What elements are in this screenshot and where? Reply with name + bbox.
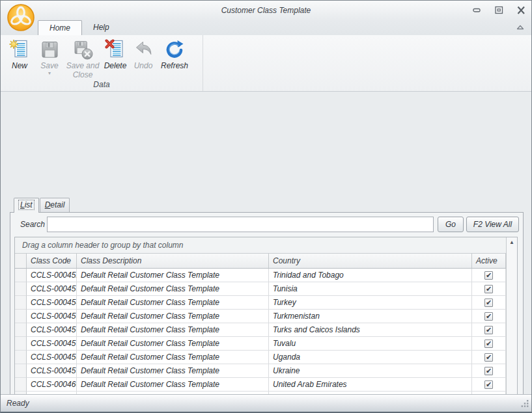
row-active[interactable]: ✔ <box>472 296 506 310</box>
row-class-description[interactable]: Default Retail Customer Class Template <box>77 337 269 351</box>
row-country[interactable]: United Arab Emirates <box>269 378 472 392</box>
table-row[interactable]: ▷ CCLS-000456 Default Retail Customer Cl… <box>15 323 506 337</box>
row-class-code[interactable]: CCLS-000457 <box>27 337 77 351</box>
row-class-description[interactable]: Default Retail Customer Class Template <box>77 378 269 392</box>
save-and-close-button[interactable]: Save and Close <box>64 38 101 80</box>
save-and-close-label: Save and Close <box>64 62 101 80</box>
row-class-code[interactable]: CCLS-000454 <box>27 296 77 310</box>
active-checkbox[interactable]: ✔ <box>484 312 493 321</box>
row-indicator[interactable]: ▷ <box>15 296 27 310</box>
row-class-description[interactable]: Default Retail Customer Class Template <box>77 296 269 310</box>
row-class-description[interactable]: Default Retail Customer Class Template <box>77 351 269 364</box>
row-class-description[interactable]: Default Retail Customer Class Template <box>77 269 269 282</box>
row-active[interactable]: ✔ <box>472 282 506 296</box>
table-row[interactable]: ▷ CCLS-000452 Default Retail Customer Cl… <box>15 269 506 282</box>
search-input[interactable] <box>47 217 434 232</box>
save-icon <box>39 39 60 60</box>
save-button[interactable]: Save ▾ <box>35 38 64 75</box>
table-row[interactable]: ▷ CCLS-000457 Default Retail Customer Cl… <box>15 337 506 351</box>
active-checkbox[interactable]: ✔ <box>484 271 493 280</box>
row-indicator[interactable]: ▷ <box>15 351 27 364</box>
check-icon: ✔ <box>486 313 492 319</box>
ribbon-group-data: New Save ▾ <box>1 35 203 91</box>
row-class-code[interactable]: CCLS-000458 <box>27 351 77 364</box>
row-country[interactable]: Uganda <box>269 351 472 364</box>
check-icon: ✔ <box>486 326 492 333</box>
row-class-code[interactable]: CCLS-000456 <box>27 323 77 337</box>
go-button[interactable]: Go <box>438 217 464 232</box>
header-active[interactable]: Active <box>472 254 506 268</box>
new-button[interactable]: New <box>5 38 35 71</box>
row-class-description[interactable]: Default Retail Customer Class Template <box>77 282 269 296</box>
maximize-icon[interactable] <box>494 6 504 15</box>
header-class-description[interactable]: Class Description <box>77 254 269 268</box>
row-active[interactable]: ✔ <box>472 364 506 378</box>
active-checkbox[interactable]: ✔ <box>484 285 493 293</box>
save-label: Save <box>40 62 58 71</box>
active-checkbox[interactable]: ✔ <box>484 353 493 362</box>
save-dropdown-icon[interactable]: ▾ <box>48 71 51 75</box>
tab-detail-label: Detail <box>45 200 65 209</box>
undo-button[interactable]: Undo <box>130 38 157 71</box>
table-row[interactable]: ▷ CCLS-000458 Default Retail Customer Cl… <box>15 351 506 364</box>
app-logo-icon[interactable] <box>7 3 35 32</box>
row-active[interactable]: ✔ <box>472 337 506 351</box>
row-class-code[interactable]: CCLS-000453 <box>27 282 77 296</box>
search-label: Search <box>14 220 47 229</box>
row-class-code[interactable]: CCLS-000460 <box>27 378 77 392</box>
check-icon: ✔ <box>486 299 492 306</box>
row-active[interactable]: ✔ <box>472 310 506 323</box>
row-country[interactable]: Ukraine <box>269 364 472 378</box>
row-class-code[interactable]: CCLS-000452 <box>27 269 77 282</box>
row-country[interactable]: Turks and Caicos Islands <box>269 323 472 337</box>
row-active[interactable]: ✔ <box>472 378 506 392</box>
scrollbar-track[interactable] <box>507 247 517 413</box>
delete-button[interactable]: Delete <box>101 38 130 71</box>
collapse-ribbon-icon[interactable] <box>516 23 525 31</box>
row-class-description[interactable]: Default Retail Customer Class Template <box>77 310 269 323</box>
active-checkbox[interactable]: ✔ <box>484 340 493 348</box>
row-country[interactable]: Turkmenistan <box>269 310 472 323</box>
row-indicator[interactable]: ▷ <box>15 310 27 323</box>
row-indicator[interactable]: ▷ <box>15 337 27 351</box>
view-all-button[interactable]: F2 View All <box>466 217 519 232</box>
row-class-description[interactable]: Default Retail Customer Class Template <box>77 364 269 378</box>
row-active[interactable]: ✔ <box>472 269 506 282</box>
minimize-icon[interactable] <box>472 6 482 15</box>
tab-home[interactable]: Home <box>38 20 82 35</box>
window-controls <box>472 6 526 15</box>
table-row[interactable]: ▷ CCLS-000455 Default Retail Customer Cl… <box>15 310 506 323</box>
row-indicator[interactable]: ▷ <box>15 364 27 378</box>
header-class-code[interactable]: Class Code▲ <box>27 254 77 268</box>
table-row[interactable]: ▷ CCLS-000459 Default Retail Customer Cl… <box>15 364 506 378</box>
table-row[interactable]: ▷ CCLS-000454 Default Retail Customer Cl… <box>15 296 506 310</box>
row-class-code[interactable]: CCLS-000459 <box>27 364 77 378</box>
row-indicator[interactable]: ▷ <box>15 323 27 337</box>
active-checkbox[interactable]: ✔ <box>484 367 493 375</box>
row-indicator[interactable]: ▷ <box>15 269 27 282</box>
row-country[interactable]: Tuvalu <box>269 337 472 351</box>
refresh-button[interactable]: Refresh <box>157 38 192 71</box>
row-indicator[interactable]: ▷ <box>15 282 27 296</box>
table-row[interactable]: ▷ CCLS-000460 Default Retail Customer Cl… <box>15 378 506 392</box>
row-class-description[interactable]: Default Retail Customer Class Template <box>77 323 269 337</box>
row-country[interactable]: Turkey <box>269 296 472 310</box>
vertical-scrollbar[interactable]: ▲ ▼ <box>506 237 517 413</box>
header-country[interactable]: Country <box>269 254 472 268</box>
resize-grip-icon[interactable] <box>521 399 529 410</box>
row-class-code[interactable]: CCLS-000455 <box>27 310 77 323</box>
tab-detail[interactable]: Detail <box>40 198 70 212</box>
close-icon[interactable] <box>516 6 526 15</box>
table-row[interactable]: ▷ CCLS-000453 Default Retail Customer Cl… <box>15 282 506 296</box>
row-country[interactable]: Tunisia <box>269 282 472 296</box>
row-country[interactable]: Trinidad and Tobago <box>269 269 472 282</box>
row-indicator[interactable]: ▷ <box>15 378 27 392</box>
tab-list[interactable]: List <box>14 198 39 213</box>
row-active[interactable]: ✔ <box>472 323 506 337</box>
tab-help[interactable]: Help <box>82 20 120 35</box>
active-checkbox[interactable]: ✔ <box>484 299 493 307</box>
active-checkbox[interactable]: ✔ <box>484 380 493 389</box>
row-active[interactable]: ✔ <box>472 351 506 364</box>
active-checkbox[interactable]: ✔ <box>484 326 493 334</box>
scroll-up-icon[interactable]: ▲ <box>507 237 517 247</box>
